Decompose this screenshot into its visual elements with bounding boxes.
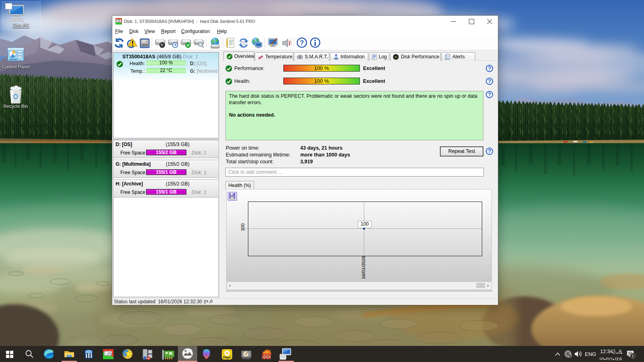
svg-text:Player: Player bbox=[223, 356, 231, 359]
svg-text:?: ? bbox=[300, 39, 304, 47]
svg-text:T: T bbox=[632, 354, 634, 358]
svg-text:ENG: ENG bbox=[585, 351, 596, 357]
svg-text:12:34: 12:34 bbox=[600, 349, 613, 354]
